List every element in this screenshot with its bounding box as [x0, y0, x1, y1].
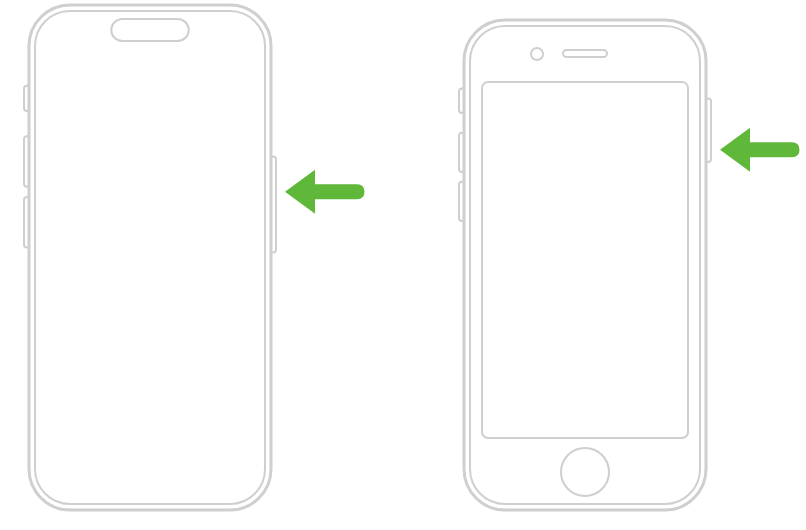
screen — [482, 82, 688, 438]
home-button — [561, 448, 609, 496]
phone-illustration — [459, 20, 800, 510]
phone-illustration — [24, 5, 365, 510]
arrow-icon — [285, 170, 365, 214]
front-camera — [531, 48, 543, 60]
phone-body — [29, 5, 271, 510]
diagram-canvas — [0, 0, 806, 530]
arrow-icon — [720, 128, 800, 172]
earpiece — [563, 50, 607, 57]
notch — [111, 19, 188, 41]
